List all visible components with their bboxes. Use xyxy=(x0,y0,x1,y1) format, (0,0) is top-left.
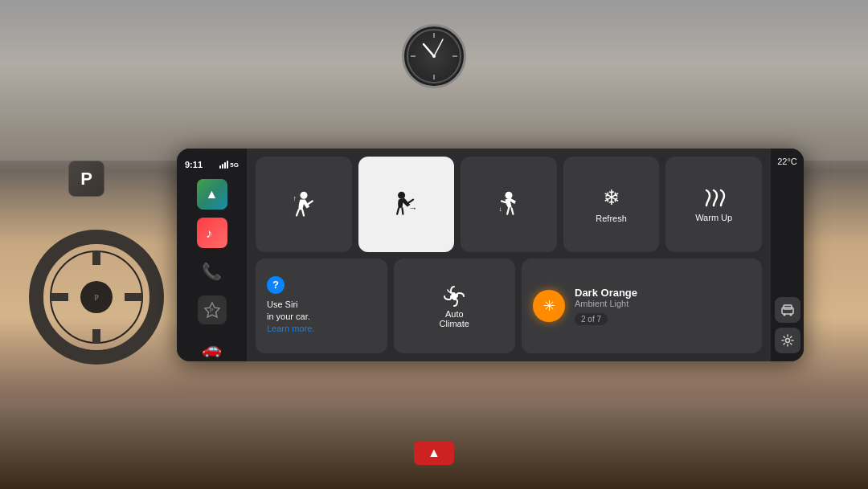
svg-point-42 xyxy=(789,314,792,316)
refresh-tile[interactable]: ❄ Refresh xyxy=(563,157,660,252)
ambient-color-button[interactable]: ✳ xyxy=(533,290,565,322)
svg-point-28 xyxy=(398,192,405,199)
seat-forward-tile[interactable]: ↑ xyxy=(256,157,352,252)
steering-wheel-area: P xyxy=(24,185,169,377)
network-type: 5G xyxy=(230,161,239,169)
svg-text:→: → xyxy=(409,203,418,213)
ambient-color-name: Dark Orange xyxy=(575,287,751,299)
siri-question-icon: ? xyxy=(267,276,285,294)
seat-forward-icon: ↑ xyxy=(289,189,318,218)
ambient-info: Dark Orange Ambient Light 2 of 7 xyxy=(575,287,751,325)
carplay-main-area: ↑ → xyxy=(248,149,770,361)
warmup-tile[interactable]: Warm Up xyxy=(665,157,762,252)
svg-point-38 xyxy=(451,293,457,300)
snowflake-icon: ❄ xyxy=(603,185,620,210)
seat-back-icon: ↓ xyxy=(494,189,523,218)
phone-icon: 📞 xyxy=(202,262,222,281)
svg-point-23 xyxy=(300,192,307,199)
porsche-app-icon: P xyxy=(198,295,227,324)
siri-learn-more-link[interactable]: Learn more. xyxy=(267,324,314,333)
music-app-icon: ♪ xyxy=(197,218,227,248)
svg-text:↑: ↑ xyxy=(293,195,297,203)
grid-row-1: ↑ → xyxy=(256,157,762,252)
refresh-label: Refresh xyxy=(596,214,627,223)
svg-line-24 xyxy=(297,210,299,215)
svg-point-7 xyxy=(432,55,436,58)
svg-line-34 xyxy=(507,209,509,214)
sidebar-item-phone[interactable]: 📞 xyxy=(191,253,233,290)
sidebar-item-porsche[interactable]: P xyxy=(191,291,233,328)
svg-line-25 xyxy=(302,210,304,215)
gear-icon xyxy=(781,334,794,347)
signal-bar-4 xyxy=(227,161,228,169)
dashboard-top xyxy=(0,0,868,161)
svg-line-35 xyxy=(512,209,514,214)
warmup-label: Warm Up xyxy=(695,213,732,222)
svg-text:P: P xyxy=(94,293,99,302)
music-note-icon: ♪ xyxy=(203,224,221,242)
svg-text:♪: ♪ xyxy=(206,226,212,240)
auto-climate-icon xyxy=(441,283,467,309)
svg-line-29 xyxy=(398,209,399,214)
auto-climate-tile[interactable]: Auto Climate xyxy=(394,259,516,354)
svg-line-6 xyxy=(434,39,443,56)
sidebar-item-car[interactable]: 🚗 xyxy=(191,330,233,361)
ambient-page-indicator: 2 of 7 xyxy=(575,313,608,325)
clock-face xyxy=(406,28,462,84)
signal-bar-2 xyxy=(222,164,223,169)
hazard-triangle-icon: ▲ xyxy=(428,446,440,460)
seat-active-icon: → xyxy=(391,189,420,218)
car-icon: 🚗 xyxy=(202,339,222,358)
temperature-display: 22°C xyxy=(777,157,797,166)
seat-back-tile[interactable]: ↓ xyxy=(461,157,557,252)
ambient-light-tile[interactable]: ✳ Dark Orange Ambient Light 2 of 7 xyxy=(522,259,762,354)
svg-line-30 xyxy=(403,209,403,214)
car-view-icon xyxy=(780,303,795,317)
carplay-sidebar: 9:11 5G ▲ xyxy=(177,149,248,361)
svg-text:P: P xyxy=(210,308,214,313)
svg-point-43 xyxy=(785,339,789,343)
svg-line-26 xyxy=(308,202,312,205)
signal-bars xyxy=(219,161,228,169)
sidebar-item-maps[interactable]: ▲ xyxy=(191,176,233,213)
infotainment-display: 9:11 5G ▲ xyxy=(177,149,804,361)
dashboard-clock xyxy=(402,24,466,88)
grid-row-2: ? Use Siri in your car. Learn more. xyxy=(256,259,762,354)
signal-bar-3 xyxy=(224,162,226,169)
maps-app-icon: ▲ xyxy=(197,179,227,210)
carplay-status-bar: 9:11 5G xyxy=(177,155,247,173)
svg-line-36 xyxy=(502,202,506,203)
seat-active-tile[interactable]: → xyxy=(358,157,455,252)
sidebar-item-music[interactable]: ♪ xyxy=(191,214,233,251)
hazard-button[interactable]: ▲ xyxy=(414,441,454,465)
svg-line-5 xyxy=(424,44,434,56)
sidebar-navigation: ▲ ♪ 📞 P xyxy=(177,173,247,361)
car-view-button[interactable] xyxy=(775,297,800,323)
gear-p-indicator: P xyxy=(68,161,104,197)
status-icons: 5G xyxy=(219,161,239,169)
svg-text:↓: ↓ xyxy=(498,205,502,213)
siri-text: Use Siri in your car. Learn more. xyxy=(267,299,376,336)
auto-climate-label: Auto Climate xyxy=(440,309,469,328)
ambient-subtitle: Ambient Light xyxy=(575,299,751,308)
carplay-right-panel: 22°C xyxy=(770,149,804,361)
signal-bar-1 xyxy=(219,165,221,169)
maps-pin-icon: ▲ xyxy=(206,187,219,202)
siri-tile[interactable]: ? Use Siri in your car. Learn more. xyxy=(256,259,387,354)
svg-point-41 xyxy=(783,314,785,316)
svg-point-33 xyxy=(505,192,512,199)
porsche-logo-icon: P xyxy=(203,301,221,319)
ambient-sun-icon: ✳ xyxy=(543,297,555,315)
center-console: ▲ xyxy=(0,409,868,489)
settings-button[interactable] xyxy=(775,328,800,353)
heat-waves-icon xyxy=(702,185,726,210)
right-control-buttons xyxy=(775,297,800,353)
svg-line-31 xyxy=(409,200,413,203)
carplay-time: 9:11 xyxy=(185,160,203,169)
